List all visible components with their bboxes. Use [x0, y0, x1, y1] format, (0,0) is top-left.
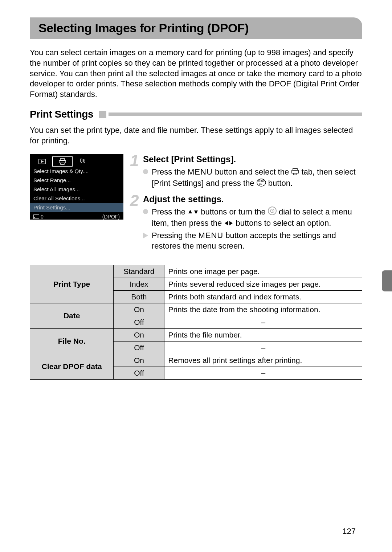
setting-option: Standard	[114, 265, 164, 278]
step-number: 2	[130, 194, 143, 253]
step-text: Pressing the MENU button accepts the set…	[152, 230, 362, 251]
svg-marker-18	[225, 221, 228, 225]
section-heading: Print Settings	[30, 109, 362, 120]
setting-description: Prints both standard and index formats.	[164, 290, 362, 303]
svg-rect-8	[292, 170, 298, 173]
chapter-side-tab	[382, 270, 392, 291]
tools-tab-icon	[73, 156, 93, 167]
setting-description: Prints several reduced size images per p…	[164, 278, 362, 290]
page-title: Selecting Images for Printing (DPOF)	[38, 21, 352, 35]
setting-description: Prints one image per page.	[164, 265, 362, 278]
table-row: Print Type Standard Prints one image per…	[30, 265, 362, 278]
setting-option: On	[114, 303, 164, 316]
section-intro: You can set the print type, date and fil…	[30, 125, 362, 146]
step-text: Press the MENU button and select the tab…	[152, 167, 362, 189]
setting-option: Both	[114, 290, 164, 303]
svg-text:SET: SET	[259, 183, 264, 185]
setting-option: Off	[114, 367, 164, 379]
camera-menu-item: Select All Images...	[30, 185, 123, 194]
camera-menu-screenshot: Select Images & Qty.... Select Range... …	[30, 154, 123, 220]
camera-menu-item: Clear All Selections...	[30, 194, 123, 203]
setting-description: –	[164, 367, 362, 379]
svg-rect-4	[61, 163, 64, 164]
setting-name: File No.	[30, 328, 114, 354]
control-dial-icon	[268, 207, 277, 218]
svg-marker-13	[188, 210, 192, 213]
camera-menu-item-selected: Print Settings...	[30, 203, 123, 212]
table-row: Clear DPOF data On Removes all print set…	[30, 354, 362, 367]
svg-rect-6	[34, 217, 35, 218]
setting-option: Off	[114, 341, 164, 354]
section-title: Print Settings	[30, 109, 93, 120]
result-arrow-icon	[143, 233, 148, 238]
playback-tab-icon	[32, 156, 52, 167]
setting-name: Clear DPOF data	[30, 354, 114, 379]
print-tab-icon	[52, 156, 73, 167]
camera-bottom-left: 0	[33, 214, 44, 220]
svg-rect-3	[59, 160, 66, 163]
table-row: Date On Prints the date from the shootin…	[30, 303, 362, 316]
steps-column: 1 Select [Print Settings]. Press the MEN…	[130, 154, 362, 256]
setting-description: –	[164, 316, 362, 328]
svg-marker-14	[194, 210, 198, 214]
page-number: 127	[342, 527, 356, 536]
setting-description: Prints the file number.	[164, 328, 362, 341]
svg-marker-1	[41, 160, 44, 163]
setting-name: Date	[30, 303, 114, 328]
page-title-bar: Selecting Images for Printing (DPOF)	[30, 17, 362, 39]
camera-bottom-right: (DPOF)	[102, 214, 120, 220]
print-settings-table: Print Type Standard Prints one image per…	[30, 265, 362, 380]
left-right-buttons-icon	[224, 218, 233, 229]
step-text: Press the buttons or turn the dial to se…	[152, 207, 362, 229]
print-tab-icon	[291, 167, 299, 178]
setting-option: Index	[114, 278, 164, 290]
step-number: 1	[130, 154, 143, 191]
camera-menu-item: Select Range...	[30, 176, 123, 185]
svg-text:FUNC: FUNC	[258, 180, 265, 183]
step-title: Select [Print Settings].	[143, 154, 362, 164]
func-set-button-icon: FUNCSET	[257, 179, 266, 189]
step-title: Adjust the settings.	[143, 194, 362, 204]
heading-bar	[109, 113, 362, 116]
menu-button-label: MENU	[188, 167, 213, 176]
setting-description: –	[164, 341, 362, 354]
bullet-icon	[143, 209, 148, 214]
camera-menu-item: Select Images & Qty....	[30, 167, 123, 176]
intro-paragraph: You can select certain images on a memor…	[30, 48, 362, 100]
setting-option: On	[114, 328, 164, 341]
svg-rect-9	[293, 173, 297, 175]
heading-square-icon	[99, 111, 106, 118]
setting-option: Off	[114, 316, 164, 328]
setting-name: Print Type	[30, 265, 114, 303]
svg-point-17	[271, 210, 273, 211]
table-row: File No. On Prints the file number.	[30, 328, 362, 341]
up-down-buttons-icon	[188, 207, 199, 217]
menu-button-label: MENU	[198, 231, 223, 240]
setting-option: On	[114, 354, 164, 367]
setting-description: Removes all print settings after printin…	[164, 354, 362, 367]
setting-description: Prints the date from the shooting inform…	[164, 303, 362, 316]
svg-marker-19	[229, 221, 233, 225]
bullet-icon	[143, 169, 148, 174]
